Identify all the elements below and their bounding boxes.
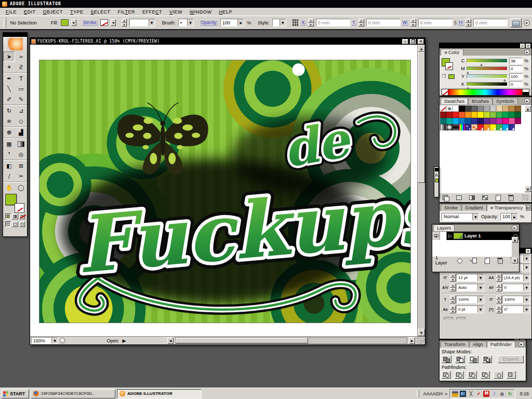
blend-mode-combo[interactable]: Normal▼ bbox=[442, 213, 479, 221]
tab-stroke[interactable]: Stroke bbox=[441, 204, 461, 211]
opacity-field[interactable]: 100▶ bbox=[220, 19, 244, 26]
swatch[interactable] bbox=[477, 112, 484, 118]
dropdown-arrow-icon[interactable]: ▼ bbox=[523, 306, 529, 313]
swatch[interactable] bbox=[471, 118, 477, 124]
stroke-none-swatch[interactable] bbox=[100, 19, 108, 26]
window-resize-grip[interactable] bbox=[417, 337, 425, 344]
horizontal-scrollbar[interactable] bbox=[175, 337, 407, 344]
document-maximize-button[interactable]: ❐ bbox=[410, 39, 416, 44]
swatch-grad-rainbow[interactable] bbox=[459, 124, 465, 130]
menu-view[interactable]: VIEW bbox=[166, 9, 186, 15]
outline-button[interactable] bbox=[494, 371, 503, 379]
stroke-weight-stepper[interactable]: ▲▼ bbox=[122, 19, 127, 26]
delete-layer-icon[interactable] bbox=[497, 258, 503, 263]
channel-slider[interactable]: ▲ bbox=[467, 74, 508, 78]
expand-button[interactable]: Expand bbox=[498, 355, 524, 363]
dropdown-arrow-icon[interactable]: ▼ bbox=[477, 296, 484, 303]
hand-tool[interactable]: ✋ bbox=[3, 182, 15, 193]
scale-tool[interactable]: ⊿ bbox=[15, 105, 27, 116]
minus-back-button[interactable] bbox=[507, 371, 516, 379]
mesh-tool[interactable]: ▦ bbox=[3, 139, 15, 149]
swatch[interactable] bbox=[471, 112, 477, 118]
spectrum-white-black-swatch[interactable] bbox=[523, 89, 529, 96]
coord-label-x[interactable]: X: bbox=[301, 20, 306, 25]
swatch-registration[interactable]: ⊕ bbox=[446, 105, 453, 112]
merge-button[interactable] bbox=[468, 371, 477, 379]
swatches-flyout-button[interactable]: ▸ bbox=[524, 98, 530, 104]
toolbox-title-bar[interactable] bbox=[3, 33, 27, 37]
swatch-none[interactable] bbox=[440, 105, 446, 112]
character-field-value[interactable]: (14,4 pt)▼ bbox=[502, 274, 530, 282]
tab-brushes[interactable]: Brushes bbox=[468, 98, 493, 104]
type-tool[interactable]: T bbox=[15, 73, 27, 84]
character-stepper[interactable]: ▲▼ bbox=[496, 274, 502, 282]
selection-tool[interactable]: ➤ bbox=[3, 51, 15, 62]
tab-color[interactable]: Ф Color bbox=[441, 49, 463, 56]
tab-align[interactable]: Align bbox=[469, 341, 487, 348]
swatch[interactable] bbox=[502, 105, 509, 112]
swatch[interactable] bbox=[465, 105, 471, 112]
reference-point-icon[interactable] bbox=[292, 19, 299, 26]
gradient-tool[interactable] bbox=[15, 139, 27, 149]
palette-resize-grip[interactable] bbox=[522, 194, 528, 201]
color-button[interactable] bbox=[5, 214, 11, 219]
pathfinder-flyout-button[interactable]: ▸ bbox=[518, 341, 524, 347]
menu-effect[interactable]: EFFECT bbox=[139, 9, 166, 15]
color-fill-stroke-proxy[interactable]: ❒ bbox=[442, 57, 458, 88]
swatch[interactable] bbox=[484, 118, 490, 124]
trim-button[interactable] bbox=[455, 371, 464, 379]
slider-thumb-icon[interactable]: ▲ bbox=[480, 62, 483, 66]
web-safe-swatch[interactable] bbox=[448, 74, 455, 79]
full-screen-menu-mode-button[interactable] bbox=[12, 221, 18, 227]
show-pattern-swatches-icon[interactable] bbox=[482, 195, 488, 201]
channel-value[interactable]: 0 bbox=[509, 65, 523, 72]
paintbrush-tool[interactable]: ✐ bbox=[3, 94, 15, 104]
layers-scroll-down-icon[interactable]: ▼ bbox=[512, 258, 518, 263]
update-tray-icon[interactable]: ↻ bbox=[507, 391, 513, 397]
dropdown-arrow-icon[interactable]: ▼ bbox=[477, 306, 484, 313]
swatch[interactable] bbox=[496, 105, 502, 112]
vertical-scroll-thumb[interactable] bbox=[418, 52, 425, 183]
eyedropper-tool[interactable]: ❜ bbox=[3, 149, 15, 159]
toolbar-chevron-icon[interactable]: » bbox=[445, 391, 448, 396]
swatch-pattern-floral[interactable] bbox=[471, 124, 477, 130]
lock-tray-icon[interactable] bbox=[452, 391, 458, 397]
tab-layers[interactable]: Layers bbox=[433, 224, 455, 231]
swatch-corner[interactable] bbox=[484, 124, 490, 130]
swatch-corner[interactable] bbox=[496, 124, 502, 130]
layer-main-cell[interactable]: ▷ Layer 1 ○ bbox=[447, 232, 519, 240]
character-stepper[interactable]: ▲▼ bbox=[450, 296, 456, 303]
magic-wand-tool[interactable]: ✶ bbox=[3, 62, 15, 72]
zoom-level-combo[interactable]: 150%▼ bbox=[31, 337, 58, 344]
task-firefox[interactable]: 24F258F34C9DB7C8CF0D.. bbox=[31, 389, 115, 398]
character-stepper[interactable]: ▲▼ bbox=[450, 284, 456, 291]
new-layer-icon[interactable] bbox=[484, 258, 490, 263]
scroll-down-icon[interactable]: ▼ bbox=[418, 329, 425, 336]
swatch[interactable] bbox=[509, 118, 515, 124]
spectrum-none-swatch[interactable] bbox=[442, 89, 448, 96]
coord-field-w[interactable]: 0 mm bbox=[418, 19, 453, 26]
swatch[interactable] bbox=[484, 112, 490, 118]
hidden-palette-edge[interactable]: A bbox=[434, 166, 439, 197]
show-swatch-kinds-icon[interactable] bbox=[443, 195, 449, 201]
stroke-dropdown-arrow-icon[interactable]: ▼ bbox=[111, 19, 116, 26]
channel-slider[interactable]: ▲ bbox=[467, 59, 508, 63]
add-to-shape-button[interactable] bbox=[442, 355, 451, 363]
crop-button[interactable] bbox=[481, 371, 490, 379]
character-stepper[interactable]: ▲▼ bbox=[450, 274, 456, 282]
status-popup-arrow-icon[interactable]: ▶ bbox=[123, 338, 126, 343]
dropdown-arrow-icon[interactable]: ▼ bbox=[477, 274, 484, 281]
menu-file[interactable]: FILE bbox=[2, 9, 20, 15]
live-paint-bucket-tool[interactable]: ◧ bbox=[3, 161, 15, 171]
line-segment-tool[interactable]: ╲ bbox=[3, 84, 15, 94]
slider-thumb-icon[interactable]: ▲ bbox=[503, 78, 506, 82]
show-gradient-swatches-icon[interactable] bbox=[469, 195, 475, 201]
slice-tool[interactable]: ∕ bbox=[3, 171, 15, 181]
swatch[interactable] bbox=[477, 105, 484, 112]
volume-tray-icon[interactable]: ♪ bbox=[491, 391, 497, 397]
coord-stepper[interactable]: ▲▼ bbox=[308, 19, 314, 26]
tab-gradient[interactable]: Gradient bbox=[461, 204, 487, 211]
color-spectrum-bar[interactable] bbox=[442, 89, 529, 96]
channel-value[interactable]: 100 bbox=[509, 73, 523, 79]
spectrum-rainbow-bar[interactable] bbox=[448, 89, 523, 96]
